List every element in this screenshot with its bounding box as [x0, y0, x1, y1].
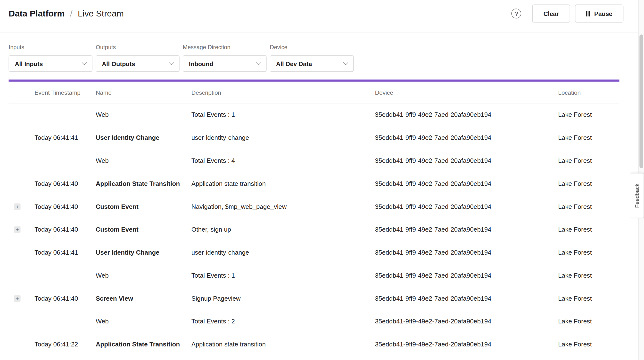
row-location: Lake Forest: [558, 218, 619, 241]
row-location: Lake Forest: [558, 126, 619, 149]
table-row[interactable]: +Today 06:41:40Custom EventNavigation, $…: [9, 195, 620, 218]
row-description: user-identity-change: [192, 241, 375, 264]
row-device-id: 35eddb41-9ff9-49e2-7aed-20afa90eb194: [375, 103, 558, 127]
row-event-name: Application State Transition: [96, 333, 191, 356]
filter-group-message-direction: Message Direction Inbound: [183, 44, 266, 72]
row-expand-cell: [9, 149, 35, 172]
pause-button[interactable]: Pause: [575, 4, 623, 22]
row-event-name: Screen View: [96, 287, 191, 310]
row-device-id: 35eddb41-9ff9-49e2-7aed-20afa90eb194: [375, 333, 558, 356]
filter-device-value: All Dev Data: [276, 60, 312, 67]
table-row[interactable]: WebTotal Events : 135eddb41-9ff9-49e2-7a…: [9, 264, 620, 287]
row-expand-cell: [9, 103, 35, 127]
clear-button[interactable]: Clear: [532, 4, 570, 22]
column-header-device: Device: [375, 82, 558, 103]
column-header-location: Location: [558, 82, 619, 103]
row-device-id: 35eddb41-9ff9-49e2-7aed-20afa90eb194: [375, 149, 558, 172]
row-description: Total Events : 1: [192, 103, 375, 127]
filter-message-direction-value: Inbound: [189, 60, 213, 67]
row-description: Application state transition: [192, 172, 375, 195]
row-location: Lake Forest: [558, 241, 619, 264]
row-location: Lake Forest: [558, 264, 619, 287]
help-icon[interactable]: ?: [512, 9, 522, 19]
pause-icon: [586, 11, 590, 16]
filter-outputs-value: All Outputs: [102, 60, 135, 67]
row-event-name: Web: [96, 103, 191, 127]
row-event-timestamp: Today 06:41:40: [34, 287, 96, 310]
filter-group-device: Device All Dev Data: [270, 44, 354, 72]
filter-device-select[interactable]: All Dev Data: [270, 55, 354, 72]
feedback-tab[interactable]: Feedback: [630, 173, 644, 218]
event-table-header: Event Timestamp Name Description Device …: [9, 82, 620, 103]
row-location: Lake Forest: [558, 172, 619, 195]
row-event-timestamp: Today 06:41:22: [34, 333, 96, 356]
row-description: user-identity-change: [192, 126, 375, 149]
row-description: Total Events : 2: [192, 310, 375, 333]
row-event-timestamp: Today 06:41:40: [34, 218, 96, 241]
chevron-down-icon: [82, 60, 87, 65]
filter-message-direction-select[interactable]: Inbound: [183, 55, 266, 72]
row-device-id: 35eddb41-9ff9-49e2-7aed-20afa90eb194: [375, 218, 558, 241]
row-device-id: 35eddb41-9ff9-49e2-7aed-20afa90eb194: [375, 264, 558, 287]
row-expand-cell: +: [9, 195, 35, 218]
filter-inputs-select[interactable]: All Inputs: [9, 55, 92, 72]
row-event-name: User Identity Change: [96, 241, 191, 264]
expand-row-icon[interactable]: +: [14, 203, 21, 210]
row-event-name: Custom Event: [96, 218, 191, 241]
row-description: Total Events : 1: [192, 264, 375, 287]
filter-group-outputs: Outputs All Outputs: [96, 44, 179, 72]
column-header-expand: [9, 82, 35, 103]
row-event-name: Custom Event: [96, 195, 191, 218]
row-location: Lake Forest: [558, 149, 619, 172]
expand-row-icon[interactable]: +: [14, 295, 21, 302]
table-row[interactable]: WebTotal Events : 135eddb41-9ff9-49e2-7a…: [9, 103, 620, 127]
table-row[interactable]: Today 06:41:41User Identity Changeuser-i…: [9, 241, 620, 264]
table-accent-bar: [9, 79, 620, 81]
breadcrumb-separator: /: [70, 9, 72, 19]
page-title: Live Stream: [78, 9, 124, 19]
row-event-timestamp: [34, 149, 96, 172]
row-expand-cell: [9, 241, 35, 264]
row-description: Application state transition: [192, 333, 375, 356]
row-event-name: Web: [96, 149, 191, 172]
table-row[interactable]: +Today 06:41:40Screen ViewSignup Pagevie…: [9, 287, 620, 310]
row-location: Lake Forest: [558, 103, 619, 127]
pause-button-label: Pause: [594, 10, 612, 17]
filters-bar: Inputs All Inputs Outputs All Outputs Me…: [0, 32, 644, 72]
column-header-event-timestamp: Event Timestamp: [34, 82, 96, 103]
row-expand-cell: [9, 310, 35, 333]
expand-row-icon[interactable]: +: [14, 226, 21, 233]
table-row[interactable]: Today 06:41:22Application State Transiti…: [9, 333, 620, 356]
row-description: Other, sign up: [192, 218, 375, 241]
breadcrumb-section[interactable]: Data Platform: [9, 9, 65, 19]
event-table: Event Timestamp Name Description Device …: [9, 82, 620, 356]
filter-inputs-label: Inputs: [9, 44, 92, 50]
table-row[interactable]: +Today 06:41:40Custom EventOther, sign u…: [9, 218, 620, 241]
breadcrumb: Data Platform / Live Stream: [9, 4, 124, 22]
row-expand-cell: [9, 126, 35, 149]
chevron-down-icon: [169, 60, 174, 65]
row-description: Signup Pageview: [192, 287, 375, 310]
page-header: Data Platform / Live Stream ? Clear Paus…: [0, 0, 644, 32]
row-location: Lake Forest: [558, 333, 619, 356]
filter-inputs-value: All Inputs: [15, 60, 43, 67]
row-description: Total Events : 4: [192, 149, 375, 172]
filter-device-label: Device: [270, 44, 354, 50]
filter-outputs-label: Outputs: [96, 44, 179, 50]
row-event-name: Web: [96, 264, 191, 287]
live-stream-page: Data Platform / Live Stream ? Clear Paus…: [0, 0, 644, 360]
filter-outputs-select[interactable]: All Outputs: [96, 55, 179, 72]
table-row[interactable]: Today 06:41:40Application State Transiti…: [9, 172, 620, 195]
event-table-body: WebTotal Events : 135eddb41-9ff9-49e2-7a…: [9, 103, 620, 356]
row-expand-cell: +: [9, 287, 35, 310]
row-device-id: 35eddb41-9ff9-49e2-7aed-20afa90eb194: [375, 172, 558, 195]
vertical-scrollbar-thumb[interactable]: [640, 34, 643, 168]
row-device-id: 35eddb41-9ff9-49e2-7aed-20afa90eb194: [375, 287, 558, 310]
table-row[interactable]: WebTotal Events : 435eddb41-9ff9-49e2-7a…: [9, 149, 620, 172]
table-row[interactable]: Today 06:41:41User Identity Changeuser-i…: [9, 126, 620, 149]
row-event-timestamp: Today 06:41:41: [34, 241, 96, 264]
row-device-id: 35eddb41-9ff9-49e2-7aed-20afa90eb194: [375, 126, 558, 149]
filter-message-direction-label: Message Direction: [183, 44, 266, 50]
table-row[interactable]: WebTotal Events : 235eddb41-9ff9-49e2-7a…: [9, 310, 620, 333]
row-device-id: 35eddb41-9ff9-49e2-7aed-20afa90eb194: [375, 241, 558, 264]
